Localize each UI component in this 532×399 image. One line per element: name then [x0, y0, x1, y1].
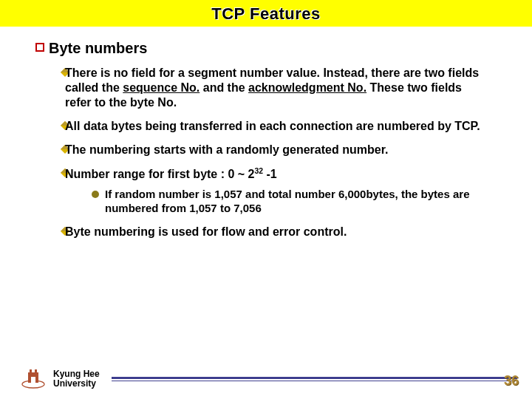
bullet-5: Byte numbering is used for flow and erro…: [61, 225, 491, 239]
b1-part-mid: and the: [200, 81, 248, 94]
bullet-4: Number range for first byte : 0 ~ 232 -1: [61, 166, 491, 182]
sub-bullet-4-1-text: If random number is 1,057 and total numb…: [105, 188, 485, 216]
b4-part-b: -1: [263, 168, 277, 180]
university-name: Kyung Hee University: [53, 369, 100, 389]
footer-inner: Kyung Hee University: [0, 366, 532, 392]
b4-part-a: Number range for first byte : 0 ~ 2: [65, 168, 255, 180]
rule-thick-icon: [112, 377, 517, 379]
sub-bullet-4-1: If random number is 1,057 and total numb…: [92, 188, 485, 216]
svg-rect-13: [35, 369, 37, 374]
bullet-2-text: All data bytes being transferred in each…: [65, 119, 480, 134]
bullet-2: All data bytes being transferred in each…: [61, 119, 491, 134]
page-number: 36: [504, 373, 519, 389]
bullet-3: The numbering starts with a randomly gen…: [61, 143, 491, 157]
svg-rect-12: [30, 369, 32, 374]
bullet-4-text: Number range for first byte : 0 ~ 232 -1: [65, 166, 277, 182]
bullet-5-text: Byte numbering is used for flow and erro…: [65, 225, 347, 239]
svg-rect-14: [31, 377, 35, 383]
university-logo-icon: [21, 366, 46, 392]
title-band: TCP Features: [0, 0, 532, 27]
uni-line-2: University: [53, 379, 100, 389]
bullet-3-text: The numbering starts with a randomly gen…: [65, 143, 388, 157]
bullet-1: There is no field for a segment number v…: [61, 66, 491, 110]
section-heading: Byte numbers: [49, 40, 147, 57]
footer-rule: [112, 377, 517, 382]
slide: TCP Features Byte numbers There is no fi…: [0, 0, 532, 399]
b1-underline-1: sequence No.: [123, 81, 200, 94]
section-heading-row: Byte numbers: [35, 40, 514, 57]
content-area: Byte numbers There is no field for a seg…: [0, 27, 532, 239]
b4-exponent: 32: [255, 167, 264, 175]
b1-underline-2: acknowledgment No.: [248, 81, 366, 94]
slide-title: TCP Features: [211, 4, 320, 23]
bullet-1-text: There is no field for a segment number v…: [65, 66, 491, 110]
disc-bullet-icon: [92, 191, 99, 198]
square-bullet-icon: [35, 43, 44, 52]
rule-thin-icon: [112, 381, 517, 382]
footer: Kyung Hee University 36: [0, 366, 532, 392]
